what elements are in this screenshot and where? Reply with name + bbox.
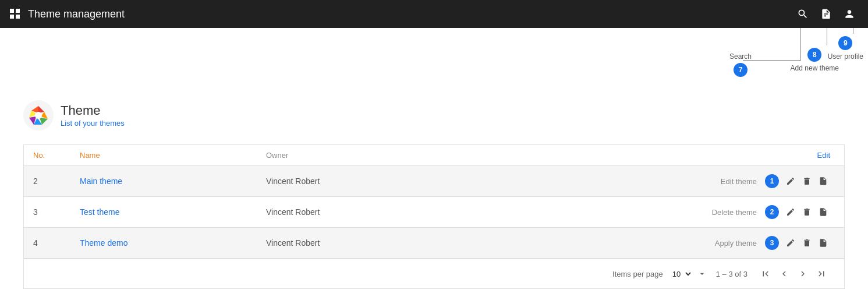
first-page-button[interactable] xyxy=(757,266,774,281)
topbar: Theme management xyxy=(0,0,868,28)
edit-badge-1: 1 xyxy=(765,174,779,188)
page-title: Theme xyxy=(61,103,125,118)
delete-button-1[interactable] xyxy=(800,174,814,188)
edit-badge-3: 3 xyxy=(765,236,779,250)
add-theme-annotation-label: Add new theme xyxy=(791,64,839,72)
items-per-page: Items per page 10 25 50 xyxy=(612,268,707,280)
edit-label-1: Edit theme xyxy=(721,177,757,186)
theme-logo xyxy=(23,100,54,130)
user-profile-annotation-label: User profile xyxy=(828,52,863,61)
themes-table: No. Name Owner Edit 2 Main theme Vincent… xyxy=(24,145,844,259)
col-header-no: No. xyxy=(24,145,70,166)
apply-button-2[interactable] xyxy=(816,205,830,219)
col-header-name: Name xyxy=(70,145,257,166)
row-name[interactable]: Main theme xyxy=(70,166,257,197)
last-page-button[interactable] xyxy=(813,266,830,281)
edit-pen-button-3[interactable] xyxy=(784,236,798,250)
themes-table-wrapper: No. Name Owner Edit 2 Main theme Vincent… xyxy=(23,144,845,289)
table-row: 4 Theme demo Vincent Robert Apply theme … xyxy=(24,228,844,259)
search-annotation-label: Search xyxy=(729,52,752,61)
next-page-button[interactable] xyxy=(794,266,812,281)
apply-button-3[interactable] xyxy=(816,236,830,250)
page-subtitle: List of your themes xyxy=(61,119,125,128)
edit-label-3: Apply theme xyxy=(715,239,757,248)
table-row: 2 Main theme Vincent Robert Edit theme 1 xyxy=(24,166,844,197)
page-header: Theme List of your themes xyxy=(23,100,845,130)
pagination-bar: Items per page 10 25 50 1 – 3 of 3 xyxy=(24,259,844,288)
row-no: 2 xyxy=(24,166,70,197)
row-no: 4 xyxy=(24,228,70,259)
row-no: 3 xyxy=(24,197,70,228)
svg-rect-2 xyxy=(10,15,14,19)
page-header-text: Theme List of your themes xyxy=(61,103,125,128)
row-edit-cell: Edit theme 1 xyxy=(455,166,844,197)
edit-badge-2: 2 xyxy=(765,205,779,219)
row-name[interactable]: Theme demo xyxy=(70,228,257,259)
apply-button-1[interactable] xyxy=(816,174,830,188)
table-header: No. Name Owner Edit xyxy=(24,145,844,166)
row-owner: Vincent Robert xyxy=(257,166,455,197)
page-nav xyxy=(757,266,830,281)
table-row: 3 Test theme Vincent Robert Delete theme… xyxy=(24,197,844,228)
add-theme-button[interactable] xyxy=(817,5,835,23)
row-edit-cell: Apply theme 3 xyxy=(455,228,844,259)
row-name[interactable]: Test theme xyxy=(70,197,257,228)
search-button[interactable] xyxy=(793,5,812,23)
prev-page-button[interactable] xyxy=(775,266,793,281)
table-body: 2 Main theme Vincent Robert Edit theme 1 xyxy=(24,166,844,259)
col-header-edit: Edit xyxy=(455,145,844,166)
svg-rect-0 xyxy=(10,9,14,13)
items-per-page-label: Items per page xyxy=(612,270,663,278)
annotation-badge-9: 9 xyxy=(838,36,852,50)
svg-point-5 xyxy=(35,112,42,119)
col-header-owner: Owner xyxy=(257,145,455,166)
annotation-badge-8: 8 xyxy=(807,48,821,62)
row-edit-cell: Delete theme 2 xyxy=(455,197,844,228)
items-per-page-select[interactable]: 10 25 50 xyxy=(668,268,693,280)
grid-icon xyxy=(9,8,21,20)
row-owner: Vincent Robert xyxy=(257,228,455,259)
content-area: Theme List of your themes No. Name Owner… xyxy=(0,86,868,293)
delete-button-2[interactable] xyxy=(800,205,814,219)
edit-pen-button-1[interactable] xyxy=(784,174,798,188)
edit-label-2: Delete theme xyxy=(712,208,757,217)
delete-button-3[interactable] xyxy=(800,236,814,250)
row-owner: Vincent Robert xyxy=(257,197,455,228)
annotation-badge-7: 7 xyxy=(734,63,747,77)
svg-rect-3 xyxy=(16,15,20,19)
topbar-actions xyxy=(793,5,859,23)
topbar-title: Theme management xyxy=(28,8,793,20)
page-info: 1 – 3 of 3 xyxy=(716,270,747,278)
user-profile-button[interactable] xyxy=(840,5,859,23)
edit-pen-button-2[interactable] xyxy=(784,205,798,219)
svg-rect-1 xyxy=(16,9,20,13)
